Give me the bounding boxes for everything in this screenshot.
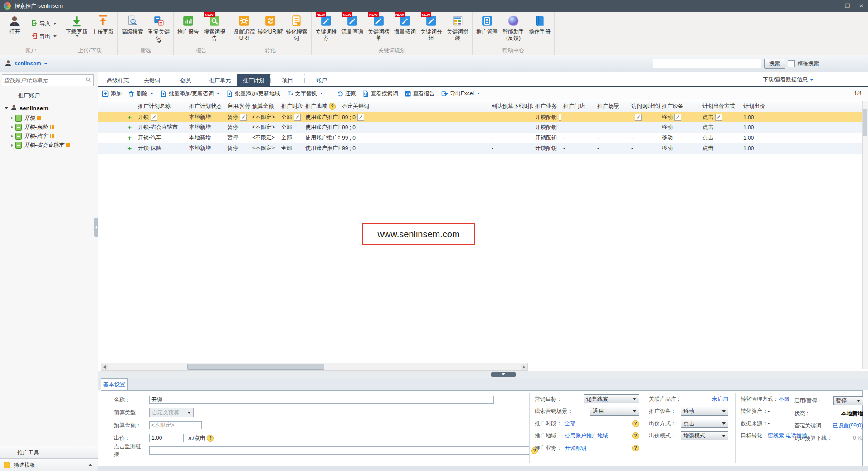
toggle-select[interactable]: 暂停 [833, 396, 863, 405]
schedule-link[interactable]: 全部 [565, 420, 630, 427]
expander-closed-icon[interactable] [11, 134, 13, 138]
search-button[interactable]: 搜索 [764, 59, 785, 69]
download-data-info-link[interactable]: 下载/查看数据信息 [763, 76, 814, 83]
horizontal-scrollbar[interactable] [101, 363, 528, 371]
column-header[interactable]: 否定关键词 [340, 101, 490, 112]
column-header[interactable]: 推广计划状态 [187, 101, 225, 112]
vertical-scrollbar[interactable] [862, 101, 868, 369]
name-input[interactable] [149, 396, 494, 404]
keyword-grouping-button[interactable]: NEW 关键词分组 [418, 13, 444, 47]
tree-item-plan[interactable]: 开锁-省会直辖市 [0, 141, 98, 150]
column-header[interactable]: 推广门店 [561, 101, 595, 112]
column-header[interactable]: 推广业务 [533, 101, 561, 112]
conv-manage-link[interactable]: 不限 [779, 395, 790, 403]
tree-item-plan[interactable]: 开锁-汽车 [0, 132, 98, 141]
advanced-search-button[interactable]: 高级搜索 [119, 13, 146, 47]
business-link[interactable]: 开锁配钥 [565, 444, 630, 452]
smart-assistant-button[interactable]: 智能助手(反馈) [500, 13, 527, 47]
tab-campaign[interactable]: 推广计划 [237, 74, 270, 86]
edit-icon[interactable] [240, 114, 247, 121]
table-row[interactable]: + 开锁-保险 本地新增 暂停 <不限定> 全部 使用账户推广地域 99 ; 0… [98, 143, 863, 154]
help-icon[interactable] [632, 445, 639, 451]
add-row-icon[interactable]: + [127, 124, 132, 131]
add-row-icon[interactable]: + [127, 145, 132, 152]
chevron-down-icon[interactable] [44, 63, 48, 64]
help-icon[interactable] [329, 103, 336, 110]
download-update-button[interactable]: 下载更新 [63, 13, 90, 47]
lead-scene-select[interactable]: 通用 [590, 407, 639, 416]
sidebar-search-input[interactable] [2, 77, 83, 83]
bid-input[interactable] [149, 434, 184, 442]
conversion-uri-button[interactable]: 转化URI解 [257, 13, 283, 47]
tab-creative[interactable]: 创意 [169, 74, 203, 86]
scrollbar-thumb[interactable] [187, 364, 324, 370]
budget-type-select[interactable]: 自定义预算 [149, 408, 194, 417]
column-header[interactable]: 推广地域 [303, 101, 340, 112]
close-button[interactable]: ✕ [854, 0, 868, 12]
tab-ad-group[interactable]: 推广单元 [203, 74, 237, 86]
tab-account[interactable]: 账户 [304, 74, 338, 86]
bid-mode-select[interactable]: 增强模式 [681, 431, 728, 440]
scrollbar-thumb[interactable] [863, 109, 867, 136]
tree-item-plan[interactable]: 开锁 [0, 113, 98, 123]
tab-basic-settings[interactable]: 基本设置 [101, 378, 128, 390]
add-button[interactable]: 添加 [102, 90, 122, 98]
column-header[interactable]: 推广设备 [660, 101, 701, 112]
sidebar-item-filter-template[interactable]: 筛选模板 [0, 458, 98, 471]
restore-button[interactable]: 还原 [336, 90, 356, 98]
table-row-selected[interactable]: + 开锁 本地新增 暂停 <不限定> 全部 使用账户推广地域 99 ; 0 - … [98, 112, 863, 123]
delete-button[interactable]: 删除 [128, 90, 154, 98]
expander-closed-icon[interactable] [11, 143, 13, 147]
region-link[interactable]: 使用账户推广地域 [565, 432, 630, 440]
mass-keyword-expand-button[interactable]: NEW 海量拓词 [392, 13, 418, 47]
edit-icon[interactable] [674, 114, 681, 121]
table-row[interactable]: + 开锁-汽车 本地新增 暂停 <不限定> 全部 使用账户推广地域 99 ; 0… [98, 132, 863, 143]
open-button[interactable]: 打开 [1, 13, 28, 47]
column-header[interactable]: 预算金额 [250, 101, 279, 112]
edit-icon[interactable] [151, 114, 157, 121]
promotion-manage-button[interactable]: 推广管理 [474, 13, 500, 47]
maximize-button[interactable]: ❐ [841, 0, 854, 12]
column-header[interactable]: 启用/暂停 [225, 101, 250, 112]
view-report-button[interactable]: 查看报告 [405, 90, 435, 98]
tab-project[interactable]: 项目 [270, 74, 304, 86]
edit-icon[interactable] [635, 114, 642, 121]
panel-splitter[interactable] [98, 371, 868, 378]
conversion-search-term-button[interactable]: 转化搜索词 [283, 13, 310, 47]
tab-advanced-style[interactable]: 高级样式 [101, 74, 135, 86]
tree-root-account[interactable]: senlinsem [0, 103, 98, 113]
column-header[interactable]: 推广场景 [595, 101, 629, 112]
column-header[interactable]: 推广时段 [279, 101, 303, 112]
account-name[interactable]: senlinsem [15, 60, 41, 67]
column-header[interactable]: 推广计划名称 [136, 101, 187, 112]
scroll-right-arrow[interactable] [521, 364, 527, 370]
upload-update-button[interactable]: 上传更新 [90, 13, 116, 47]
keyword-assemble-button[interactable]: 关键词拼装 [444, 13, 471, 47]
device-select[interactable]: 移动 [681, 407, 728, 416]
sidebar-item-tools[interactable]: 推广工具 [0, 446, 98, 458]
column-header[interactable]: 计划出价方式 [701, 101, 741, 112]
expander-closed-icon[interactable] [11, 116, 13, 120]
scroll-left-arrow[interactable] [101, 364, 108, 370]
edit-icon[interactable] [294, 114, 301, 121]
expander-open-icon[interactable] [5, 107, 8, 109]
column-header[interactable]: 到达预算下线时间 [490, 101, 533, 112]
help-icon[interactable] [632, 432, 639, 439]
manual-button[interactable]: 操作手册 [527, 13, 553, 47]
edit-icon[interactable] [715, 114, 722, 121]
view-search-terms-button[interactable]: 查看搜索词 [362, 90, 398, 98]
negative-keywords-link[interactable]: 已设置(99;0) [833, 422, 863, 430]
keyword-recommend-button[interactable]: NEW 关键词推荐 [313, 13, 339, 47]
export-button[interactable]: 导出 [29, 31, 59, 41]
column-header[interactable]: 访问网址监控后... [629, 101, 660, 112]
traffic-query-button[interactable]: NEW 流量查询 [339, 13, 366, 47]
batch-region-button[interactable]: 批量添加/更新地域 [226, 90, 280, 98]
edit-icon[interactable] [559, 114, 561, 121]
product-library-link[interactable]: 未启用 [712, 395, 728, 403]
duplicate-keyword-button[interactable]: 重复关键词 [146, 13, 172, 47]
bid-method-select[interactable]: 点击 [681, 419, 728, 428]
edit-icon[interactable] [357, 114, 364, 121]
help-icon[interactable] [632, 420, 639, 427]
tree-item-plan[interactable]: 开锁-保险 [0, 123, 98, 132]
tracking-uri-button[interactable]: 设置追踪URI [231, 13, 257, 47]
